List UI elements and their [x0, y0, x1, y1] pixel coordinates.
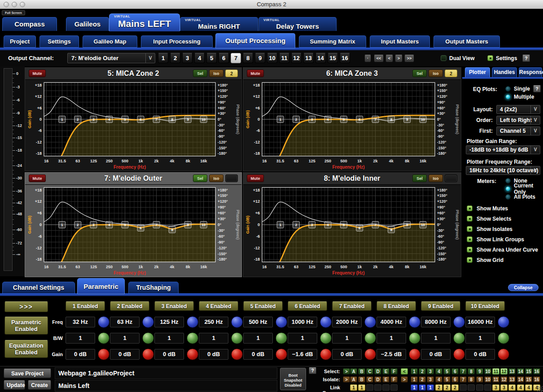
select-channel-5[interactable]: 5 [443, 368, 451, 375]
channel-button-5[interactable]: 5 [206, 53, 217, 63]
isolate-letter-D[interactable]: D [374, 376, 381, 383]
select-button[interactable]: Sel [412, 174, 427, 182]
band-1-bw-field[interactable]: 1 [66, 333, 95, 344]
link-group-letter-C[interactable] [366, 384, 373, 391]
create-button[interactable]: Create [28, 380, 51, 390]
order-dropdown[interactable]: Left to RightV [496, 116, 540, 125]
isolate-channel-4[interactable]: 4 [435, 376, 442, 383]
channel-prev-button[interactable]: < [385, 55, 393, 62]
isolate-channel-3[interactable]: 3 [427, 376, 434, 383]
isolate-button[interactable]: Iso [429, 70, 443, 77]
chevron-down-icon[interactable]: V [530, 166, 540, 174]
link-group-channel-15[interactable]: 4 [525, 384, 532, 391]
isolate-letter-C[interactable]: C [366, 376, 373, 383]
isolate-channel-5[interactable]: 5 [443, 376, 451, 383]
channel-button-12[interactable]: 12 [291, 53, 302, 63]
nav-tab-galileo-map[interactable]: Galileo Map [83, 35, 137, 48]
band-7-gain-knob[interactable] [364, 348, 376, 360]
top-tab-compass[interactable]: Compass [2, 17, 57, 31]
link-group-badge[interactable]: 2 [445, 70, 457, 77]
band-7-bw-knob[interactable] [364, 332, 376, 344]
band-4-freq-knob[interactable] [231, 316, 243, 328]
select-letter-E[interactable]: E [382, 368, 390, 375]
chevron-down-icon[interactable]: V [145, 53, 155, 63]
select-channel-2[interactable]: 2 [419, 368, 426, 375]
band-1-freq-knob[interactable] [98, 316, 109, 328]
link-group-channel-8[interactable] [468, 384, 475, 391]
select-channel-6[interactable]: 6 [451, 368, 459, 375]
channel-button-4[interactable]: 4 [194, 53, 205, 63]
select-channel-9[interactable]: 9 [476, 368, 483, 375]
nav-tab-input-processing[interactable]: Input Processing [141, 35, 213, 48]
mute-button[interactable]: Mute [247, 70, 264, 77]
band-1-enabled-button[interactable]: 1 Enabled [66, 301, 105, 311]
first-dropdown[interactable]: Channel 5V [496, 126, 540, 135]
isolate-channel-12[interactable]: 12 [500, 376, 508, 383]
band-3-gain-field[interactable]: 0 dB [154, 349, 184, 360]
band-9-gain-knob[interactable] [453, 348, 465, 360]
band-3-bw-field[interactable]: 1 [154, 333, 184, 344]
link-group-channel-10[interactable] [484, 384, 491, 391]
chevron-down-icon[interactable]: V [530, 127, 540, 135]
sidebar-help-button[interactable]: ? [533, 85, 541, 92]
band-3-enabled-button[interactable]: 3 Enabled [154, 301, 194, 311]
isolate-channel-8[interactable]: 8 [468, 376, 475, 383]
link-group-channel-6[interactable]: 2 [451, 384, 459, 391]
channel-button-1[interactable]: 1 [158, 53, 168, 63]
band-10-bw-knob[interactable] [498, 332, 509, 344]
parametric-enabled-button[interactable]: Parametric Enabled [4, 317, 48, 335]
link-group-channel-12[interactable]: 3 [500, 384, 508, 391]
settings-checkbox[interactable] [487, 55, 493, 61]
band-3-freq-field[interactable]: 125 Hz [154, 317, 184, 327]
sidebar-tab-handles[interactable]: Handles [492, 67, 517, 77]
bottom-tab-parametric[interactable]: Parametric [77, 278, 125, 294]
band-2-gain-field[interactable]: 0 dB [110, 349, 140, 360]
top-tab-galileos[interactable]: Galileos [66, 17, 109, 31]
dual-view-checkbox[interactable] [441, 55, 447, 61]
isolate-channel-15[interactable]: 15 [525, 376, 532, 383]
band-9-gain-field[interactable]: 0 dB [421, 349, 451, 360]
isolate-letter-B[interactable]: B [358, 376, 365, 383]
top-tab-mains-right[interactable]: VIRTUALMains RIGHT [180, 17, 258, 31]
band-1-bw-knob[interactable] [98, 332, 109, 344]
band-3-bw-knob[interactable] [187, 332, 198, 344]
channel-button-13[interactable]: 13 [303, 53, 314, 63]
select-channel-1[interactable]: 1 [411, 368, 418, 375]
channel-button-14[interactable]: 14 [315, 53, 326, 63]
isolate-letter-E[interactable]: E [382, 376, 390, 383]
band-8-bw-field[interactable]: 1 [377, 333, 406, 344]
equalization-enabled-button[interactable]: Equalization Enabled [4, 340, 48, 358]
channel-next-button[interactable]: > [395, 55, 403, 62]
channel-button-9[interactable]: 9 [255, 53, 265, 63]
select-channel-13[interactable]: 13 [508, 368, 516, 375]
freq-range-dropdown[interactable]: 16Hz to 24kHz (10 octaves) V [466, 166, 540, 175]
select-letter-F[interactable]: F [390, 368, 398, 375]
isolate-channel-9[interactable]: 9 [476, 376, 483, 383]
nav-tab-settings[interactable]: Settings [39, 35, 79, 48]
band-5-freq-knob[interactable] [276, 316, 287, 328]
bottom-tab-channel-settings[interactable]: Channel Settings [2, 282, 75, 294]
band-1-gain-knob[interactable] [98, 348, 109, 360]
window-resize-grip[interactable] [537, 386, 543, 392]
band-2-gain-knob[interactable] [142, 348, 154, 360]
isolate-button[interactable]: Iso [209, 70, 223, 77]
band-7-bw-field[interactable]: 1 [332, 333, 362, 344]
band-10-gain-knob[interactable] [498, 348, 509, 360]
radio-option-multiple[interactable]: Multiple [505, 93, 534, 101]
channel-button-2[interactable]: 2 [170, 53, 180, 63]
radio-option-single[interactable]: Single [505, 85, 534, 93]
select-channel-8[interactable]: 8 [468, 368, 475, 375]
select-channel-15[interactable]: 15 [525, 368, 532, 375]
band-4-gain-knob[interactable] [231, 348, 243, 360]
isolate-channel-2[interactable]: 2 [419, 376, 426, 383]
isolate-channel-13[interactable]: 13 [508, 376, 516, 383]
channel-dot-button[interactable]: · [364, 55, 371, 62]
select-letter-C[interactable]: C [366, 368, 373, 375]
band-5-gain-knob[interactable] [276, 348, 287, 360]
radio-option-current-only[interactable]: Current Only [505, 185, 543, 193]
chevron-down-icon[interactable]: V [530, 146, 540, 154]
band-10-gain-field[interactable]: 0 dB [465, 349, 495, 360]
isolate-channel-11[interactable]: 11 [492, 376, 499, 383]
select-channel-12[interactable]: 12 [500, 368, 508, 375]
link-group-badge[interactable] [445, 174, 457, 182]
